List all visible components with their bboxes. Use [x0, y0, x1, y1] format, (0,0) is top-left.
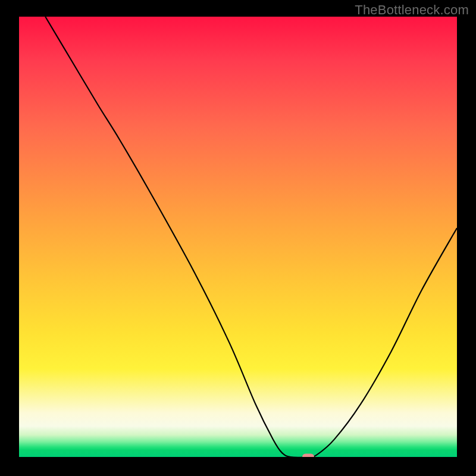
- plot-area: [19, 17, 457, 457]
- chart-frame: TheBottleneck.com: [0, 0, 476, 476]
- optimal-marker: [302, 454, 314, 458]
- curve-path: [45, 17, 457, 457]
- bottleneck-curve: [19, 17, 457, 457]
- watermark-label: TheBottleneck.com: [355, 2, 469, 18]
